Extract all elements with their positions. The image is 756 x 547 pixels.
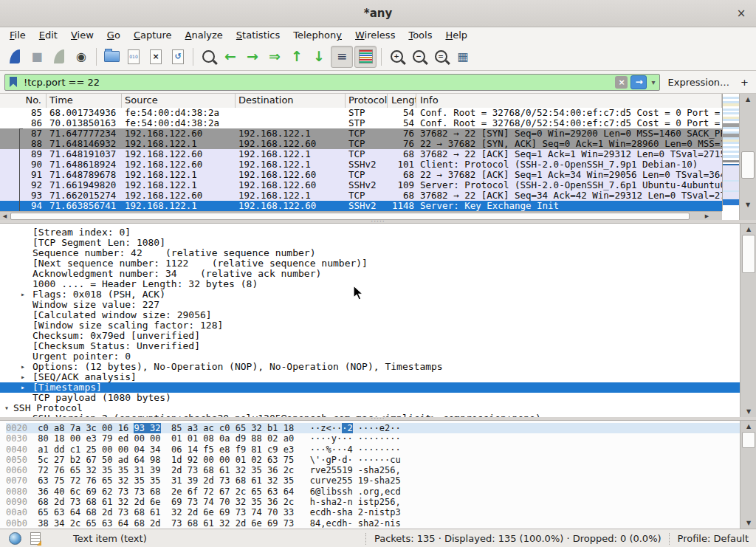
hex-row[interactable]: 00a0 65 63 64 68 2d 73 68 61 32 2d 6e 69…	[6, 507, 740, 517]
hex-vscrollbar[interactable]: ▲ ▼	[740, 421, 756, 529]
open-file-icon[interactable]	[101, 47, 122, 67]
menu-tools[interactable]: Tools	[402, 28, 439, 42]
go-to-packet-icon[interactable]: ⇒	[264, 47, 285, 67]
packet-row[interactable]: 8771.647777234192.168.122.60192.168.122.…	[0, 128, 722, 139]
zoom-out-icon[interactable]: −	[408, 47, 429, 67]
start-capture-icon[interactable]	[4, 47, 25, 67]
filter-history-caret-icon[interactable]: ▾	[650, 78, 656, 86]
detail-line[interactable]: [Window size scaling factor: 128]	[0, 320, 740, 331]
detail-line[interactable]: Urgent pointer: 0	[0, 351, 740, 362]
hex-row[interactable]: 0070 63 75 72 76 65 32 35 35 31 39 2d 73…	[6, 475, 740, 486]
filter-bookmark-icon[interactable]	[10, 77, 17, 87]
packet-row[interactable]: 8670.013850163fe:54:00:d4:38:2aSTP54Conf…	[0, 118, 722, 128]
detail-line[interactable]: [Checksum Status: Unverified]	[0, 341, 740, 351]
packet-list-vscrollbar[interactable]: ▲ ▼	[739, 94, 756, 220]
clear-filter-icon[interactable]: ×	[615, 76, 628, 89]
detail-line[interactable]: Checksum: 0x79ed [unverified]	[0, 331, 740, 341]
details-scroll-thumb[interactable]	[742, 235, 755, 273]
close-window-icon[interactable]: ×	[734, 6, 749, 21]
expression-button[interactable]: Expression…	[665, 77, 733, 88]
display-filter-input[interactable]	[22, 75, 612, 89]
hex-row[interactable]: 0020 c0 a8 7a 3c 00 16 93 32 85 a3 ac c0…	[6, 423, 740, 433]
scroll-down-icon[interactable]: ▼	[740, 199, 756, 210]
detail-line[interactable]: 1000 .... = Header Length: 32 bytes (8)	[0, 279, 740, 289]
detail-line[interactable]: ▾SSH Protocol	[0, 403, 740, 413]
detail-line[interactable]: ▸[Timestamps]	[0, 382, 740, 393]
column-header-time[interactable]: Time	[47, 94, 122, 108]
column-header-length[interactable]: Length	[388, 94, 416, 108]
packet-row[interactable]: 9271.661949820192.168.122.1192.168.122.6…	[0, 180, 722, 190]
detail-line[interactable]: [Stream index: 0]	[0, 227, 740, 238]
details-scroll-down-icon[interactable]: ▼	[740, 406, 756, 416]
hex-scroll-thumb[interactable]	[742, 432, 755, 448]
hscroll-thumb[interactable]	[10, 213, 690, 220]
menu-help[interactable]: Help	[439, 28, 474, 42]
hex-row[interactable]: 0060 72 76 65 32 35 35 31 39 2d 73 68 61…	[6, 465, 740, 475]
expand-icon[interactable]: ▸	[21, 289, 30, 300]
packet-row[interactable]: 9371.662015274192.168.122.60192.168.122.…	[0, 190, 722, 201]
hex-row[interactable]: 0040 a1 dd c1 25 00 00 04 34 06 14 f5 e8…	[6, 444, 740, 455]
details-vscrollbar[interactable]: ▲ ▼	[740, 224, 756, 417]
reload-file-icon[interactable]: ↺	[168, 47, 188, 67]
detail-line[interactable]: TCP payload (1080 bytes)	[0, 393, 740, 403]
go-to-bottom-icon[interactable]: ↓	[309, 47, 329, 67]
go-back-icon[interactable]: ←	[220, 47, 241, 67]
packet-row[interactable]: 8568.001734936fe:54:00:d4:38:2aSTP54Conf…	[0, 108, 722, 118]
expert-info-icon[interactable]	[9, 532, 21, 545]
menu-go[interactable]: Go	[100, 28, 127, 42]
save-file-icon[interactable]: 010	[123, 47, 144, 67]
menu-telephony[interactable]: Telephony	[286, 28, 348, 42]
expand-icon[interactable]: ▸	[21, 362, 30, 372]
detail-line[interactable]: Window size value: 227	[0, 300, 740, 310]
add-filter-button[interactable]: +	[738, 77, 752, 88]
packet-row[interactable]: 8971.648191037192.168.122.60192.168.122.…	[0, 149, 722, 159]
vscroll-thumb[interactable]	[741, 151, 755, 179]
go-forward-icon[interactable]: →	[242, 47, 263, 67]
menu-edit[interactable]: Edit	[32, 28, 64, 42]
hex-scroll-up-icon[interactable]: ▲	[740, 421, 756, 431]
apply-filter-icon[interactable]: →	[630, 75, 647, 89]
column-header-info[interactable]: Info	[416, 94, 722, 108]
hex-row[interactable]: 0090 68 2d 73 68 61 32 2d 6e 69 73 74 70…	[6, 497, 740, 507]
column-header-destination[interactable]: Destination	[236, 94, 346, 108]
menu-statistics[interactable]: Statistics	[230, 28, 286, 42]
detail-line[interactable]: ▸Flags: 0x018 (PSH, ACK)	[0, 289, 740, 300]
menu-view[interactable]: View	[64, 28, 100, 42]
hex-row[interactable]: 0080 36 40 6c 69 62 73 73 68 2e 6f 72 67…	[6, 486, 740, 497]
detail-line[interactable]: [Calculated window size: 29056]	[0, 310, 740, 320]
find-packet-icon[interactable]	[198, 47, 219, 67]
zoom-100-icon[interactable]: =	[430, 47, 451, 67]
column-header-no[interactable]: No.	[0, 94, 47, 108]
hex-scroll-down-icon[interactable]: ▼	[740, 517, 756, 528]
packet-minimap[interactable]	[722, 94, 739, 211]
stop-capture-icon[interactable]: ■	[27, 47, 47, 67]
detail-line[interactable]: Acknowledgment number: 34 (relative ack …	[0, 269, 740, 279]
menu-analyze[interactable]: Analyze	[179, 28, 230, 42]
details-scroll-up-icon[interactable]: ▲	[740, 224, 756, 234]
detail-line[interactable]: ▸Options: (12 bytes), No-Operation (NOP)…	[0, 362, 740, 372]
profile-status[interactable]: Profile: Default	[678, 533, 756, 544]
capture-comment-icon[interactable]	[30, 532, 41, 545]
restart-capture-icon[interactable]	[49, 47, 69, 67]
menu-capture[interactable]: Capture	[127, 28, 179, 42]
hex-row[interactable]: 0030 80 18 00 e3 79 ed 00 00 01 01 08 0a…	[6, 433, 740, 444]
packet-row[interactable]: 9171.648789678192.168.122.1192.168.122.6…	[0, 170, 722, 180]
display-filter-field[interactable]: × → ▾	[4, 74, 660, 91]
expand-icon[interactable]: ▸	[21, 372, 30, 382]
packet-row[interactable]: 8871.648146932192.168.122.1192.168.122.6…	[0, 139, 722, 149]
column-header-protocol[interactable]: Protocol	[346, 94, 388, 108]
expand-icon[interactable]: ▸	[21, 382, 30, 393]
menu-wireless[interactable]: Wireless	[348, 28, 402, 42]
close-file-icon[interactable]: ×	[145, 47, 166, 67]
title-bar[interactable]: *any ×	[0, 0, 756, 27]
collapse-icon[interactable]: ▾	[4, 403, 13, 413]
auto-scroll-icon[interactable]: ≡	[331, 46, 353, 68]
detail-line[interactable]: [TCP Segment Len: 1080]	[0, 238, 740, 248]
detail-line[interactable]: [Next sequence number: 1122 (relative se…	[0, 258, 740, 269]
packet-row[interactable]: 9071.648618924192.168.122.60192.168.122.…	[0, 159, 722, 170]
column-header-source[interactable]: Source	[122, 94, 236, 108]
scroll-up-icon[interactable]: ▲	[740, 94, 756, 104]
detail-line[interactable]: ▸[SEQ/ACK analysis]	[0, 372, 740, 382]
hex-row[interactable]: 00b0 38 34 2c 65 63 64 68 2d 73 68 61 32…	[6, 518, 740, 529]
hex-row[interactable]: 0050 5c 27 b2 67 50 ad 64 98 1d 92 00 00…	[6, 455, 740, 465]
